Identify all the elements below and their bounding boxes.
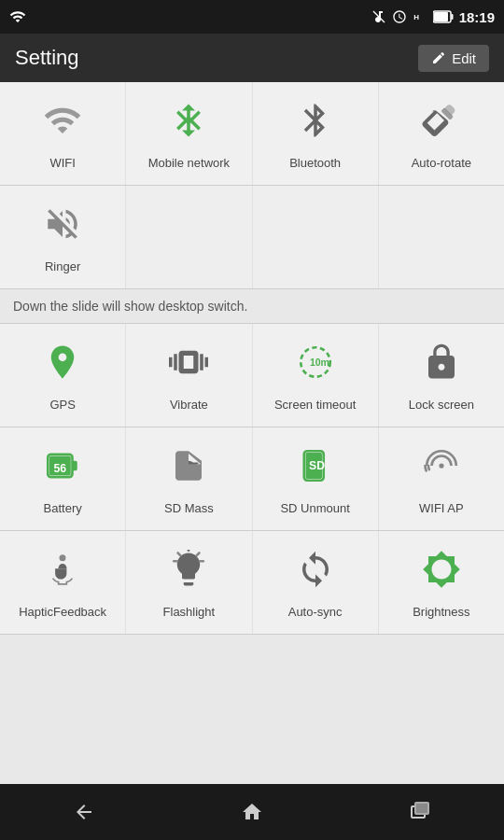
- signal-status-icon: H: [413, 9, 427, 24]
- wifi-ap-label: WIFI AP: [419, 501, 464, 516]
- ringer-icon: [43, 204, 82, 252]
- recent-icon: [409, 801, 431, 823]
- brightness-tile[interactable]: Brightness: [379, 531, 504, 634]
- mobile-icon: [169, 101, 208, 148]
- svg-rect-9: [73, 460, 77, 470]
- battery-icon: 56: [43, 446, 82, 494]
- sd-mass-label: SD Mass: [164, 501, 214, 516]
- svg-text:56: 56: [54, 462, 67, 475]
- ringer-tile[interactable]: Ringer: [0, 186, 125, 288]
- haptic-label: HapticFeedback: [19, 605, 106, 620]
- grid-section-1: WIFI Mobile network Bluetooth: [0, 82, 504, 186]
- svg-rect-3: [451, 14, 453, 20]
- gps-tile[interactable]: GPS: [0, 324, 125, 427]
- wifi-icon: [43, 101, 82, 148]
- vibrate-label: Vibrate: [170, 398, 208, 413]
- lock-screen-tile[interactable]: Lock screen: [379, 324, 504, 427]
- content-area: WIFI Mobile network Bluetooth: [0, 82, 504, 784]
- svg-rect-4: [434, 12, 448, 21]
- haptic-icon: [43, 550, 82, 597]
- autorotate-label: Auto-rotate: [412, 156, 471, 171]
- mobile-network-label: Mobile network: [148, 156, 230, 171]
- sdunmount-icon: SD: [296, 446, 335, 494]
- grid-section-5: HapticFeedback Flashlight: [0, 531, 504, 635]
- alarm-status-icon: [392, 9, 407, 24]
- screen-timeout-tile[interactable]: 10m Screen timeout: [253, 324, 378, 427]
- mobile-network-tile[interactable]: Mobile network: [126, 82, 251, 185]
- brightness-icon: [422, 550, 461, 597]
- home-button[interactable]: [224, 793, 280, 831]
- page-title: Setting: [15, 46, 79, 70]
- bluetooth-tile[interactable]: Bluetooth: [253, 82, 378, 185]
- grid-section-2: Ringer: [0, 186, 504, 289]
- bottom-nav: [0, 784, 504, 840]
- wifi-label: WIFI: [49, 156, 75, 171]
- sd-mass-tile[interactable]: SD Mass: [126, 427, 251, 530]
- sd-unmount-label: SD Unmount: [280, 501, 349, 516]
- svg-point-16: [60, 554, 66, 561]
- svg-text:H: H: [413, 13, 419, 21]
- sdmass-icon: [169, 446, 208, 494]
- sd-unmount-tile[interactable]: SD SD Unmount: [253, 427, 378, 530]
- gps-label: GPS: [49, 398, 75, 413]
- grid-section-4: 56 Battery SD Mass SD SD Unm: [0, 427, 504, 531]
- svg-text:10m: 10m: [310, 356, 329, 367]
- banner-text: Down the slide will show desktop switch.: [13, 299, 247, 314]
- screen-timeout-label: Screen timeout: [274, 398, 356, 413]
- battery-tile[interactable]: 56 Battery: [0, 427, 125, 530]
- status-bar-right: H 18:19: [371, 9, 495, 25]
- edit-icon: [431, 50, 446, 65]
- empty-tile-2: [253, 186, 378, 288]
- gps-icon: [43, 343, 82, 390]
- sync-icon: [296, 550, 335, 597]
- autorotate-tile[interactable]: Auto-rotate: [379, 82, 504, 185]
- status-bar: H 18:19: [0, 0, 504, 34]
- battery-status-icon: [433, 10, 454, 23]
- home-icon: [241, 801, 263, 823]
- brightness-label: Brightness: [413, 605, 469, 620]
- wifiap-icon: [422, 446, 461, 494]
- edit-button[interactable]: Edit: [418, 45, 489, 72]
- grid-section-3: GPS Vibrate 10m Screen timeout: [0, 324, 504, 427]
- svg-point-15: [439, 463, 443, 468]
- status-bar-left: [9, 8, 26, 25]
- flashlight-tile[interactable]: Flashlight: [126, 531, 251, 634]
- back-button[interactable]: [56, 793, 112, 831]
- empty-tile-1: [126, 186, 251, 288]
- bluetooth-label: Bluetooth: [289, 156, 341, 171]
- lock-icon: [422, 343, 461, 390]
- battery-label: Battery: [44, 501, 82, 516]
- flashlight-label: Flashlight: [163, 605, 216, 620]
- svg-rect-19: [415, 803, 428, 814]
- banner: Down the slide will show desktop switch.: [0, 289, 504, 324]
- svg-text:SD: SD: [309, 458, 325, 471]
- app-header: Setting Edit: [0, 34, 504, 82]
- ringer-label: Ringer: [45, 259, 80, 274]
- status-time: 18:19: [459, 9, 495, 25]
- wifi-tile[interactable]: WIFI: [0, 82, 125, 185]
- lock-screen-label: Lock screen: [409, 398, 474, 413]
- mute-status-icon: [371, 9, 386, 24]
- back-icon: [73, 801, 95, 823]
- recent-button[interactable]: [392, 793, 448, 831]
- vibrate-icon: [169, 343, 208, 390]
- bluetooth-icon: [296, 101, 335, 148]
- edit-label: Edit: [452, 50, 476, 66]
- autosync-label: Auto-sync: [288, 605, 343, 620]
- wifi-status-icon: [9, 8, 26, 25]
- flash-icon: [169, 550, 208, 597]
- timeout-icon: 10m: [296, 343, 335, 390]
- empty-tile-3: [379, 186, 504, 288]
- haptic-tile[interactable]: HapticFeedback: [0, 531, 125, 634]
- autorotate-icon: [422, 101, 461, 148]
- vibrate-tile[interactable]: Vibrate: [126, 324, 251, 427]
- wifi-ap-tile[interactable]: WIFI AP: [379, 427, 504, 530]
- autosync-tile[interactable]: Auto-sync: [253, 531, 378, 634]
